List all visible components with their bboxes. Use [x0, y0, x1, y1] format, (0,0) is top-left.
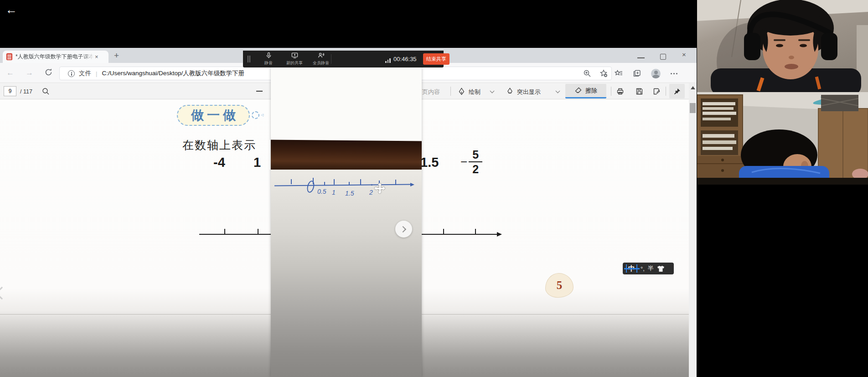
erase-label: 擦除: [585, 87, 597, 95]
page-total-label: / 117: [20, 88, 32, 95]
do-it-badge-label: 做一做: [188, 107, 239, 124]
save-icon[interactable]: [636, 88, 643, 95]
window-maximize-button[interactable]: [660, 54, 666, 60]
refresh-icon[interactable]: [44, 68, 53, 77]
ime-punctuation-mode[interactable]: °,: [641, 265, 645, 272]
student-video-tile[interactable]: [697, 92, 868, 185]
erase-button-active[interactable]: 擦除: [565, 84, 606, 98]
number-line-right: [418, 234, 498, 235]
add-favorite-icon[interactable]: [599, 69, 608, 77]
new-share-button[interactable]: 新的共享: [282, 52, 307, 66]
toolbar-separator: [666, 87, 666, 96]
ime-status-bar[interactable]: 中 °, 半: [623, 263, 674, 274]
new-share-label: 新的共享: [282, 60, 307, 66]
teacher-video-tile[interactable]: [697, 0, 868, 92]
badge-tail-circle: [252, 111, 259, 119]
handwritten-zero: [306, 180, 315, 194]
network-signal-icon: [385, 58, 391, 63]
window-minimize-button[interactable]: [637, 57, 645, 58]
window-close-button[interactable]: ×: [682, 51, 686, 58]
fraction-sign: −: [460, 155, 467, 169]
draw-pen-icon[interactable]: [458, 88, 465, 95]
number-line-arrowhead: [497, 232, 502, 237]
eraser-icon: [574, 87, 582, 94]
exercise-prompt: 在数轴上表示: [182, 138, 256, 153]
paper-sheet: 0.5 1 1.5 2: [271, 170, 422, 377]
teacher-webcam-image: [697, 0, 868, 92]
toolbar-separator: [450, 87, 451, 96]
draw-chevron-icon[interactable]: [490, 89, 495, 93]
ime-char-width-mode[interactable]: 半: [648, 264, 654, 273]
toolbar-separator: [611, 87, 611, 96]
highlight-label[interactable]: 突出显示: [517, 88, 541, 96]
system-back-icon[interactable]: ←: [5, 3, 17, 17]
drag-handle[interactable]: [248, 56, 248, 62]
scrollbar-up-icon[interactable]: [691, 86, 695, 89]
address-divider: |: [96, 70, 97, 77]
pdf-file-icon: [6, 53, 12, 60]
ink-dot: [371, 184, 372, 186]
address-scheme-label: 文件: [79, 69, 91, 77]
participants-panel: [697, 0, 868, 377]
screen-share-icon: [291, 52, 298, 59]
tick-mark: [443, 229, 444, 234]
mute-label: 静音: [256, 60, 281, 66]
collections-icon[interactable]: [633, 69, 641, 77]
number-neg4: -4: [213, 155, 225, 170]
tab-pdf-textbook[interactable]: *人教版六年级数学下册电子课本 ×: [3, 51, 108, 63]
meeting-timer: 00:46:35: [393, 56, 417, 62]
handwritten-tick: [291, 179, 292, 184]
do-it-badge: 做一做: [177, 105, 250, 126]
microphone-icon: [265, 52, 272, 59]
save-as-icon[interactable]: [653, 88, 661, 95]
end-share-button[interactable]: 结束共享: [423, 53, 450, 65]
browser-menu-icon[interactable]: [671, 73, 677, 74]
handwritten-tick: [334, 179, 335, 185]
scrollbar-thumb[interactable]: [690, 103, 696, 113]
address-url: C:/Users/wangshuai/Desktop/人教版六年级数学下册: [102, 69, 244, 77]
handwritten-tick: [324, 182, 325, 186]
previous-page-chevron-icon[interactable]: [0, 287, 8, 300]
textbook-page-number: 5: [557, 279, 563, 292]
pin-toolbar-button[interactable]: [669, 84, 685, 98]
handwritten-label: 0.5: [317, 188, 326, 195]
number-line-left: [199, 234, 272, 235]
chevron-right-icon: [400, 226, 406, 232]
ime-language-mode[interactable]: 中: [626, 264, 637, 273]
student-webcam-image: [697, 92, 868, 185]
handwritten-tick: [349, 182, 350, 186]
favorites-list-icon[interactable]: [615, 69, 623, 77]
zoom-out-icon[interactable]: [256, 91, 263, 92]
tab-close-icon[interactable]: ×: [95, 53, 98, 60]
badge-tail-dot: [262, 114, 264, 116]
next-button[interactable]: [395, 221, 412, 238]
table-edge: [271, 139, 422, 171]
handwritten-arrowhead: [410, 183, 414, 186]
nav-forward-button[interactable]: →: [26, 68, 33, 77]
textbook-page-number-badge: 5: [545, 273, 574, 298]
number-1: 1: [253, 155, 261, 170]
zoom-page-icon[interactable]: [583, 69, 591, 77]
highlight-chevron-icon[interactable]: [556, 89, 560, 93]
page-number-input[interactable]: [4, 86, 16, 96]
fraction-numerator: 5: [472, 149, 479, 160]
page-info-icon[interactable]: [68, 70, 75, 77]
print-icon[interactable]: [616, 88, 624, 95]
mute-button[interactable]: 静音: [256, 52, 281, 66]
move-cursor-icon: [375, 183, 385, 193]
fraction-denominator: 2: [472, 163, 479, 175]
handwritten-label: 1: [332, 189, 336, 196]
new-tab-button[interactable]: +: [114, 51, 119, 61]
highlight-icon[interactable]: [506, 88, 514, 95]
handwritten-label: 1.5: [345, 190, 354, 197]
draw-label[interactable]: 绘制: [469, 88, 480, 96]
nav-back-button[interactable]: ←: [6, 68, 14, 77]
mute-all-button[interactable]: 全员静音: [308, 52, 334, 66]
meeting-toolbar: 静音 新的共享 全员静音 00:46:35 结束共享: [243, 51, 444, 67]
search-icon[interactable]: [42, 88, 50, 95]
profile-avatar[interactable]: [651, 69, 661, 78]
ime-skin-icon[interactable]: [657, 265, 665, 272]
pdf-scrollbar[interactable]: [689, 83, 697, 377]
mute-all-icon: [318, 52, 325, 59]
number-1-5: 1.5: [420, 155, 439, 170]
